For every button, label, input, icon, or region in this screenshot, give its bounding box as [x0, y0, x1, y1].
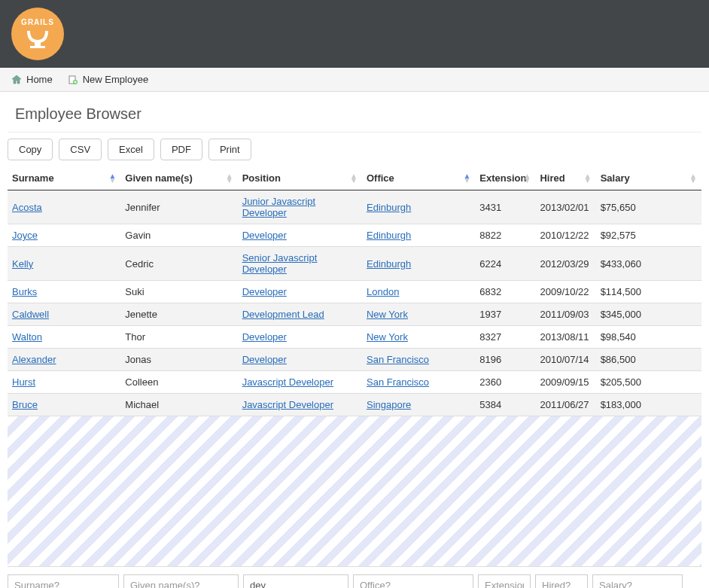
position-link[interactable]: Developer [242, 331, 287, 343]
position-link[interactable]: Junior Javascript Developer [242, 196, 316, 218]
cell-hired: 2010/07/14 [535, 349, 595, 371]
nav-home-label: Home [26, 74, 53, 85]
cell-extension: 5384 [475, 394, 535, 416]
sort-icon: ▲▼ [463, 174, 470, 183]
cell-hired: 2010/12/22 [535, 224, 595, 247]
cell-given: Gavin [120, 224, 237, 247]
csv-button[interactable]: CSV [59, 139, 102, 160]
cell-salary: $205,500 [596, 371, 701, 394]
surname-link[interactable]: Alexander [12, 354, 56, 365]
table-row: AlexanderJonasDeveloperSan Francisco8196… [8, 349, 701, 371]
cell-extension: 6224 [475, 247, 535, 281]
nav-bar: Home New Employee [0, 68, 709, 92]
filter-surname[interactable] [8, 574, 119, 588]
table-row: BruceMichaelJavascript DeveloperSingapor… [8, 394, 701, 416]
cell-hired: 2011/06/27 [535, 394, 595, 416]
col-extension[interactable]: Extension ▲▼ [475, 166, 535, 190]
office-link[interactable]: Edinburgh [367, 230, 411, 241]
sort-icon: ▲▼ [524, 174, 531, 183]
cell-given: Michael [120, 394, 237, 416]
pdf-button[interactable]: PDF [160, 139, 202, 160]
logo-text: GRAILS [21, 18, 54, 26]
svg-rect-0 [35, 42, 41, 46]
surname-link[interactable]: Kelly [12, 258, 33, 270]
header-bar: GRAILS [0, 0, 709, 68]
cell-extension: 8196 [475, 349, 535, 371]
office-link[interactable]: San Francisco [367, 376, 429, 388]
filters-row [8, 567, 701, 588]
cell-salary: $86,500 [596, 349, 701, 371]
filter-hired[interactable] [535, 574, 588, 588]
cell-given: Thor [120, 326, 237, 349]
table-row: WaltonThorDeveloperNew York83272013/08/1… [8, 326, 701, 349]
excel-button[interactable]: Excel [108, 139, 154, 160]
cell-given: Jenette [120, 303, 237, 326]
cell-extension: 2360 [475, 371, 535, 394]
surname-link[interactable]: Caldwell [12, 309, 49, 320]
position-link[interactable]: Developer [242, 354, 287, 365]
col-given[interactable]: Given name(s) ▲▼ [120, 166, 237, 190]
empty-scroll-area [8, 416, 701, 567]
cell-hired: 2012/03/29 [535, 247, 595, 281]
cell-salary: $92,575 [596, 224, 701, 247]
copy-button[interactable]: Copy [8, 139, 53, 160]
cell-hired: 2009/10/22 [535, 281, 595, 303]
table-header-row: Surname ▲▼ Given name(s) ▲▼ Position ▲▼ … [8, 166, 701, 190]
surname-link[interactable]: Bruce [12, 399, 38, 410]
filter-office[interactable] [353, 574, 473, 588]
filter-salary[interactable] [592, 574, 683, 588]
surname-link[interactable]: Joyce [12, 230, 38, 241]
employee-table: Surname ▲▼ Given name(s) ▲▼ Position ▲▼ … [8, 166, 701, 416]
cell-given: Suki [120, 281, 237, 303]
surname-link[interactable]: Acosta [12, 202, 42, 213]
surname-link[interactable]: Hurst [12, 376, 35, 388]
col-hired[interactable]: Hired ▲▼ [535, 166, 595, 190]
position-link[interactable]: Development Lead [242, 309, 324, 320]
new-employee-icon [68, 75, 78, 85]
filter-given[interactable] [123, 574, 239, 588]
cell-given: Colleen [120, 371, 237, 394]
table-row: HurstColleenJavascript DeveloperSan Fran… [8, 371, 701, 394]
cell-salary: $75,650 [596, 190, 701, 224]
export-buttons: Copy CSV Excel PDF Print [8, 139, 701, 166]
office-link[interactable]: San Francisco [367, 354, 429, 365]
col-position[interactable]: Position ▲▼ [238, 166, 362, 190]
table-row: AcostaJenniferJunior Javascript Develope… [8, 190, 701, 224]
surname-link[interactable]: Burks [12, 286, 37, 297]
page-title: Employee Browser [8, 99, 701, 133]
cell-hired: 2011/09/03 [535, 303, 595, 326]
nav-new-employee[interactable]: New Employee [68, 74, 148, 85]
office-link[interactable]: Edinburgh [367, 202, 411, 213]
col-salary[interactable]: Salary ▲▼ [596, 166, 701, 190]
sort-icon: ▲▼ [108, 174, 116, 183]
col-surname[interactable]: Surname ▲▼ [8, 166, 120, 190]
table-row: BurksSukiDeveloperLondon68322009/10/22$1… [8, 281, 701, 303]
grails-logo: GRAILS [11, 8, 64, 60]
office-link[interactable]: London [367, 286, 399, 297]
sort-icon: ▲▼ [350, 174, 358, 183]
print-button[interactable]: Print [208, 139, 251, 160]
cell-hired: 2013/02/01 [535, 190, 595, 224]
position-link[interactable]: Developer [242, 286, 287, 297]
office-link[interactable]: New York [367, 331, 408, 343]
sort-icon: ▲▼ [226, 174, 233, 183]
col-office[interactable]: Office ▲▼ [362, 166, 475, 190]
filter-position[interactable] [243, 574, 348, 588]
cell-salary: $98,540 [596, 326, 701, 349]
grails-cup-icon [24, 28, 51, 50]
position-link[interactable]: Developer [242, 230, 287, 241]
home-icon [11, 75, 22, 85]
office-link[interactable]: Singapore [367, 399, 411, 410]
surname-link[interactable]: Walton [12, 331, 42, 343]
content-area: Employee Browser Copy CSV Excel PDF Prin… [0, 92, 709, 588]
office-link[interactable]: New York [367, 309, 408, 320]
position-link[interactable]: Javascript Developer [242, 376, 333, 388]
filter-extension[interactable] [478, 574, 531, 588]
position-link[interactable]: Senior Javascript Developer [242, 252, 318, 275]
cell-salary: $114,500 [596, 281, 701, 303]
position-link[interactable]: Javascript Developer [242, 399, 333, 410]
office-link[interactable]: Edinburgh [367, 258, 411, 270]
svg-rect-1 [30, 46, 45, 48]
nav-home[interactable]: Home [11, 74, 53, 85]
table-body: AcostaJenniferJunior Javascript Develope… [8, 190, 701, 416]
